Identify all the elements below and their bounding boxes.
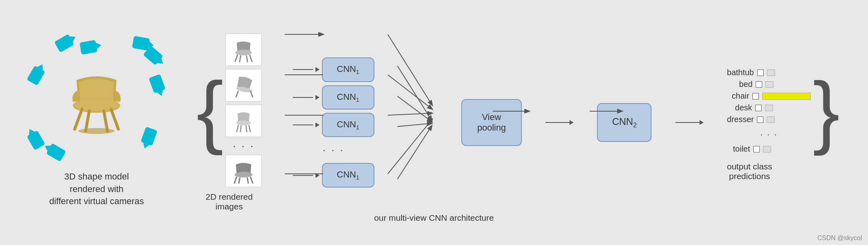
camera-icon-6: [46, 143, 66, 162]
cnn1-box-2: CNN1: [322, 85, 374, 110]
bar-bed: [765, 81, 773, 88]
cnn1-row-1: CNN1: [293, 57, 374, 82]
section-3d-model: 3D shape model rendered with different v…: [28, 37, 165, 208]
chair-thumb-svg-2: [229, 72, 258, 99]
svg-line-27: [249, 125, 250, 132]
chair-thumb-svg-3: [229, 108, 258, 134]
output-label-bathtub: bathtub: [727, 68, 754, 77]
checkbox-bed: [756, 81, 762, 88]
checkbox-bathtub: [757, 70, 764, 76]
svg-line-24: [250, 91, 253, 97]
arrow-head-3: [315, 122, 319, 127]
arrow-shaft-3: [293, 125, 313, 125]
chair-thumbnail-2: [225, 69, 262, 101]
chair-thumbnail-1: [225, 34, 262, 66]
arrow-head-4: [315, 173, 319, 178]
rendered-images-label: 2D rendered images: [206, 192, 253, 211]
output-item-bed: bed: [727, 80, 811, 89]
architecture-label: our multi-view CNN architecture: [0, 213, 868, 223]
svg-line-34: [247, 177, 248, 184]
cnn1-subscript-1: 1: [356, 69, 359, 76]
cnn1-section: CNN1 CNN1 CNN1 · · · CNN1: [293, 57, 374, 188]
bar-bathtub: [767, 70, 775, 76]
output-class-label: output class predictions: [727, 162, 772, 181]
cnn1-subscript-2: 1: [356, 97, 359, 103]
chair-area: [36, 37, 157, 167]
svg-line-14: [86, 111, 89, 131]
checkbox-chair: [752, 93, 759, 99]
output-section: bathtub bed chair desk: [727, 64, 840, 181]
arrow-shaft-4: [293, 175, 313, 176]
checkbox-toilet: [753, 146, 760, 152]
cnn2-box: CNN2: [597, 103, 652, 142]
arrow-head-2: [315, 95, 319, 100]
chair-thumb-svg-4: [229, 158, 258, 184]
svg-line-33: [239, 177, 240, 184]
cnn2-subscript: 2: [633, 122, 637, 129]
main-diagram: 3D shape model rendered with different v…: [0, 0, 868, 245]
svg-line-36: [397, 96, 432, 122]
cnn1-box-1: CNN1: [322, 57, 374, 82]
output-item-chair: chair: [727, 91, 811, 101]
svg-line-29: [246, 125, 247, 132]
bar-chair: [762, 93, 811, 100]
cnn2-section: CNN2: [597, 103, 652, 142]
output-class-list: bathtub bed chair desk: [727, 64, 811, 158]
svg-point-17: [235, 50, 252, 55]
camera-icon-5: [141, 127, 158, 146]
view-pooling-box: Viewpooling: [461, 99, 522, 146]
cnn1-subscript-3: 1: [356, 124, 359, 131]
cnn1-subscript-4: 1: [356, 175, 359, 181]
shape-model-label: 3D shape model rendered with different v…: [49, 171, 144, 208]
camera-icon-8: [27, 65, 45, 86]
svg-line-21: [246, 55, 248, 62]
svg-line-35: [397, 66, 432, 120]
arrow-shaft-1: [293, 69, 313, 70]
cnn-dots: · · ·: [323, 144, 345, 156]
camera-icon-2: [132, 36, 150, 51]
cnn1-box-3: CNN1: [322, 113, 374, 137]
svg-line-19: [250, 55, 252, 62]
arrow-head-vp-cnn2: [570, 120, 574, 125]
arrow-head-cnn2-out: [700, 120, 704, 125]
cnn1-row-3: CNN1: [293, 113, 374, 137]
chair-thumbnail-3: [225, 105, 262, 137]
camera-icon-4: [149, 74, 166, 93]
svg-line-15: [104, 111, 107, 131]
camera-icon-1: [54, 34, 74, 53]
output-item-bathtub: bathtub: [727, 68, 811, 77]
output-label-bed: bed: [739, 80, 752, 89]
cnn1-row-4: CNN1: [293, 163, 374, 187]
svg-line-32: [250, 177, 253, 184]
chair-3d-model: [60, 61, 133, 142]
output-dots: · · ·: [727, 129, 811, 140]
svg-point-25: [236, 120, 251, 125]
output-item-toilet: toilet: [727, 144, 811, 154]
view-pooling-section: Viewpooling: [461, 99, 522, 146]
bar-toilet: [763, 146, 771, 152]
bracket-left-icon: {: [196, 78, 223, 143]
camera-icon-7: [27, 130, 45, 150]
chair-thumb-svg-1: [229, 37, 258, 63]
output-label-dresser: dresser: [727, 115, 754, 124]
bar-desk: [765, 105, 773, 111]
svg-point-16: [78, 128, 115, 134]
cnn1-box-4: CNN1: [322, 163, 374, 187]
svg-point-30: [235, 172, 252, 177]
output-label-desk: desk: [735, 103, 752, 112]
output-label-chair: chair: [732, 91, 749, 101]
svg-line-23: [236, 91, 238, 97]
bracket-right-icon: }: [813, 78, 840, 143]
svg-line-20: [240, 55, 241, 62]
image-dots: · · ·: [233, 140, 254, 152]
output-item-desk: desk: [727, 103, 811, 112]
arrow-shaft-cnn2-out: [675, 122, 700, 123]
svg-line-38: [397, 126, 432, 179]
bar-dresser: [767, 116, 775, 123]
arrow-to-output: [675, 120, 704, 125]
camera-icon-9: [80, 40, 98, 55]
svg-line-28: [240, 125, 241, 132]
image-stack: · · ·: [225, 34, 262, 187]
cnn1-row-2: CNN1: [293, 85, 374, 110]
svg-line-13: [111, 109, 118, 129]
